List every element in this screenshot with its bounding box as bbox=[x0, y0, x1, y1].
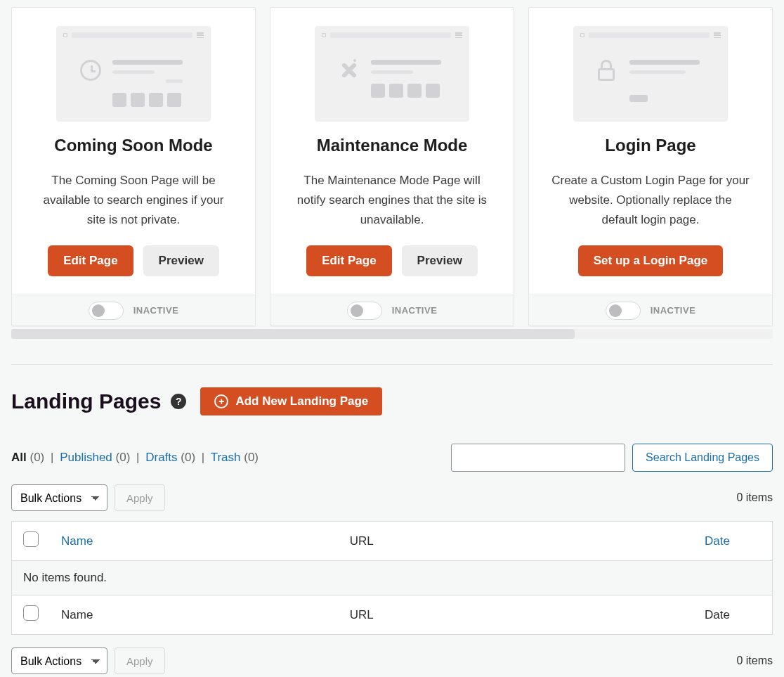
cards-scrollbar[interactable] bbox=[11, 329, 773, 339]
login-desc: Create a Custom Login Page for your webs… bbox=[550, 171, 751, 230]
coming-soon-preview-button[interactable]: Preview bbox=[143, 245, 219, 276]
coming-soon-toggle[interactable] bbox=[89, 302, 124, 320]
select-all-checkbox[interactable] bbox=[23, 531, 39, 547]
coming-soon-edit-button[interactable]: Edit Page bbox=[48, 245, 133, 276]
landing-title: Landing Pages bbox=[11, 389, 161, 413]
login-card: Login Page Create a Custom Login Page fo… bbox=[528, 7, 773, 326]
maintenance-preview-button[interactable]: Preview bbox=[402, 245, 478, 276]
apply-button-top[interactable]: Apply bbox=[115, 484, 165, 511]
coming-soon-card: Coming Soon Mode The Coming Soon Page wi… bbox=[11, 7, 256, 326]
col-date-foot: Date bbox=[455, 595, 772, 635]
divider bbox=[11, 364, 773, 365]
add-new-landing-button[interactable]: + Add New Landing Page bbox=[200, 387, 382, 415]
maintenance-title: Maintenance Mode bbox=[287, 136, 497, 155]
landing-header: Landing Pages ? + Add New Landing Page bbox=[11, 387, 773, 415]
lock-icon bbox=[596, 58, 620, 82]
login-setup-button[interactable]: Set up a Login Page bbox=[578, 245, 723, 276]
empty-row: No items found. bbox=[12, 561, 773, 595]
login-illustration bbox=[573, 26, 728, 122]
maintenance-status: INACTIVE bbox=[392, 305, 438, 316]
items-count-top: 0 items bbox=[736, 491, 773, 504]
filter-trash[interactable]: Trash bbox=[211, 451, 241, 464]
help-icon[interactable]: ? bbox=[171, 394, 186, 409]
maintenance-edit-button[interactable]: Edit Page bbox=[306, 245, 391, 276]
add-new-label: Add New Landing Page bbox=[235, 394, 368, 408]
plus-icon: + bbox=[214, 394, 228, 408]
login-title: Login Page bbox=[546, 136, 755, 155]
maintenance-card: Maintenance Mode The Maintenance Mode Pa… bbox=[270, 7, 514, 326]
maintenance-illustration bbox=[315, 26, 469, 122]
coming-soon-desc: The Coming Soon Page will be available t… bbox=[33, 171, 234, 230]
col-date[interactable]: Date bbox=[455, 522, 772, 561]
filter-all[interactable]: All bbox=[11, 451, 27, 464]
login-status: INACTIVE bbox=[651, 305, 696, 316]
bulk-actions-select-bottom[interactable]: Bulk Actions bbox=[11, 647, 107, 674]
maintenance-toggle[interactable] bbox=[347, 302, 382, 320]
login-toggle[interactable] bbox=[606, 302, 641, 320]
maintenance-desc: The Maintenance Mode Page will notify se… bbox=[292, 171, 492, 230]
filter-published[interactable]: Published bbox=[60, 451, 112, 464]
coming-soon-status: INACTIVE bbox=[133, 305, 179, 316]
items-count-bottom: 0 items bbox=[736, 655, 773, 667]
mode-cards-row: Coming Soon Mode The Coming Soon Page wi… bbox=[11, 0, 773, 326]
clock-icon bbox=[79, 58, 103, 82]
search-button[interactable]: Search Landing Pages bbox=[632, 444, 773, 472]
filter-drafts[interactable]: Drafts bbox=[145, 451, 177, 464]
col-url: URL bbox=[268, 522, 455, 561]
landing-table: Name URL Date No items found. Name URL D… bbox=[11, 521, 773, 635]
col-name-foot: Name bbox=[50, 595, 268, 635]
coming-soon-illustration bbox=[56, 26, 211, 122]
bulk-actions-select[interactable]: Bulk Actions bbox=[11, 484, 107, 511]
filters: All (0) | Published (0) | Drafts (0) | T… bbox=[11, 451, 259, 465]
tools-icon bbox=[337, 58, 361, 82]
coming-soon-title: Coming Soon Mode bbox=[29, 136, 238, 155]
col-name[interactable]: Name bbox=[50, 522, 268, 561]
col-url-foot: URL bbox=[268, 595, 455, 635]
apply-button-bottom[interactable]: Apply bbox=[115, 647, 165, 674]
select-all-checkbox-bottom[interactable] bbox=[23, 605, 39, 621]
search-input[interactable] bbox=[451, 444, 625, 472]
